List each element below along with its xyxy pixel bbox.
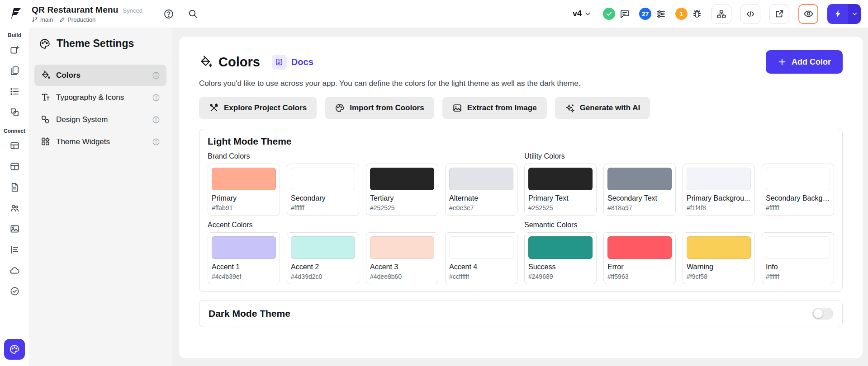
color-card-secondary-background[interactable]: Secondary Backgr... #ffffff [762,164,834,216]
media-icon[interactable] [5,220,24,238]
toggle-knob [814,309,823,318]
color-name: Primary Backgrou... [687,194,751,202]
paint-bucket-icon [41,70,50,80]
database-icon[interactable] [5,136,24,155]
color-hex: #252525 [528,204,593,211]
add-widget-icon[interactable] [5,41,24,59]
cloud-icon[interactable] [5,261,24,279]
color-card-alternate[interactable]: Alternate #e0e3e7 [445,164,517,216]
color-card-primary[interactable]: Primary #ffab91 [208,164,280,216]
sidebar-item-design-system[interactable]: Design System [34,109,166,130]
project-title: QR Restaurant Menu [32,5,119,15]
color-swatch [291,168,355,190]
info-icon[interactable] [152,116,160,124]
help-button[interactable] [163,9,174,19]
top-bar: QR Restaurant Menu Synced main Pr [0,0,868,28]
color-card-error[interactable]: Error #ff5963 [603,232,676,284]
color-card-primary-text[interactable]: Primary Text #252525 [524,164,597,216]
generate-with-ai-button[interactable]: Generate with AI [555,97,650,119]
file-icon[interactable] [5,178,24,196]
align-left-icon[interactable] [5,240,24,258]
color-card-secondary[interactable]: Secondary #ffffff [287,164,359,216]
docs-icon [272,55,287,70]
color-name: Warning [687,263,751,271]
list-icon[interactable] [5,82,24,100]
tools-icon [209,103,219,113]
docs-link[interactable]: Docs [272,55,313,70]
sidebar-item-colors[interactable]: Colors [34,65,166,86]
info-icon[interactable] [152,94,160,102]
color-hex: #e0e3e7 [449,204,513,211]
info-icon[interactable] [152,71,160,80]
color-card-success[interactable]: Success #249689 [524,232,597,284]
issue-count-badge[interactable]: 1 [675,8,688,20]
open-app-button[interactable] [769,4,789,24]
add-color-button[interactable]: Add Color [766,50,843,74]
color-swatch [687,236,751,259]
sidebar-item-label: Typography & Icons [56,93,124,102]
comments-button[interactable] [619,9,630,19]
color-hex: #249689 [528,273,593,280]
color-name: Accent 1 [212,263,276,271]
accent-colors-group: Accent Colors Accent 1 #4c4b39ef Accent … [208,221,517,284]
color-hex: #ffffff [766,204,830,211]
image-icon [452,103,462,113]
sidebar-item-theme-widgets[interactable]: Theme Widgets [34,131,166,152]
plus-icon [778,57,787,66]
flutterflow-logo[interactable] [6,5,24,23]
automations-button[interactable] [655,9,666,19]
run-count-badge[interactable]: 27 [639,8,651,20]
branch-selector[interactable]: main [32,16,53,23]
users-icon[interactable] [5,199,24,217]
color-card-primary-background[interactable]: Primary Backgrou... #f1f4f8 [683,164,755,216]
run-button[interactable] [827,4,861,24]
widget-tree-button[interactable] [711,4,731,24]
explore-project-colors-button[interactable]: Explore Project Colors [199,97,317,119]
sidebar-item-typography[interactable]: Typography & Icons [34,87,166,108]
run-options-chevron[interactable] [848,4,861,24]
color-card-accent3[interactable]: Accent 3 #4dee8b60 [366,232,438,284]
import-from-coolors-button[interactable]: Import from Coolors [325,97,434,119]
info-icon[interactable] [152,138,160,146]
pages-icon[interactable] [5,61,24,80]
branch-label: main [40,16,53,23]
debug-button[interactable] [692,9,702,19]
extract-from-image-button[interactable]: Extract from Image [442,97,547,119]
group-title: Utility Colors [524,152,834,160]
app-window: QR Restaurant Menu Synced main Pr [0,0,868,366]
color-hex: #ff5963 [607,273,672,280]
colors-description: Colors you'd like to use across your app… [199,79,843,88]
color-card-accent2[interactable]: Accent 2 #4d39d2c0 [287,232,359,284]
version-dropdown[interactable]: v4 [570,7,594,20]
color-card-tertiary[interactable]: Tertiary #252525 [366,164,438,216]
dark-mode-section: Dark Mode Theme [199,300,843,327]
search-button[interactable] [188,9,198,19]
sparkle-icon [565,103,575,113]
color-name: Alternate [449,194,513,202]
environment-selector[interactable]: Production [59,16,95,23]
color-actions: Explore Project Colors Import from Coolo… [199,97,843,119]
synced-label: Synced [123,7,142,14]
code-view-button[interactable] [740,4,760,24]
color-card-info[interactable]: Info #ffffff [762,232,834,284]
color-hex: #ffab91 [212,204,276,211]
color-name: Secondary Text [607,194,672,202]
color-name: Secondary Backgr... [766,194,830,202]
color-card-warning[interactable]: Warning #f9cf58 [683,232,755,284]
color-card-accent1[interactable]: Accent 1 #4c4b39ef [208,232,280,284]
check-circle-icon[interactable] [5,282,24,300]
palette-icon [39,38,51,50]
layout-icon[interactable] [5,157,24,175]
components-icon[interactable] [5,103,24,121]
color-swatch [766,168,830,190]
color-swatch [607,168,672,190]
color-card-secondary-text[interactable]: Secondary Text #818a97 [603,164,676,216]
dark-mode-toggle[interactable] [812,308,833,319]
color-swatch [212,168,276,190]
brand-colors-group: Brand Colors Primary #ffab91 Secondary [208,152,517,216]
typography-icon [41,93,50,102]
preview-button[interactable] [798,4,818,24]
color-name: Success [528,263,593,271]
color-card-accent4[interactable]: Accent 4 #ccffffff [445,232,517,284]
theme-settings-active-button[interactable] [4,339,25,360]
